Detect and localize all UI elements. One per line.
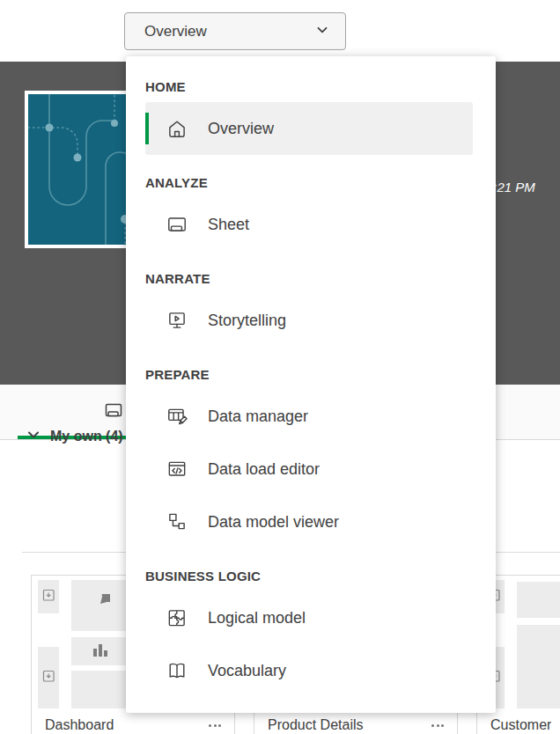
- thumb-pie-tile: [71, 580, 129, 631]
- chevron-down-icon: [26, 428, 41, 445]
- sheet-icon: [103, 400, 124, 424]
- group-header-label: My own (4): [50, 429, 123, 444]
- menu-section-narrate: NARRATE: [145, 271, 496, 286]
- menu-section-home: HOME: [145, 79, 496, 94]
- group-header-my-own[interactable]: My own (4): [26, 428, 123, 445]
- filterpane-icon: [42, 670, 55, 686]
- thumb-bar-tile: [71, 637, 129, 665]
- thumb-filterpane-tile: [38, 580, 59, 613]
- menu-item-label: Overview: [208, 120, 274, 138]
- app-navigation-menu: HOME Overview ANALYZE Sheet NARRATE: [126, 56, 496, 713]
- menu-section-analyze: ANALYZE: [145, 175, 496, 190]
- card-title: Customer: [490, 717, 551, 733]
- card-context-menu-icon[interactable]: [207, 721, 223, 730]
- chevron-down-icon: [315, 23, 329, 40]
- menu-item-data-model-viewer[interactable]: Data model viewer: [145, 495, 473, 548]
- card-context-menu-icon[interactable]: [430, 721, 446, 730]
- thumb-empty-tile: [71, 671, 129, 708]
- menu-item-sheet[interactable]: Sheet: [145, 198, 473, 251]
- menu-item-vocabulary[interactable]: Vocabulary: [145, 644, 473, 697]
- vocabulary-icon: [166, 659, 188, 682]
- menu-item-data-manager[interactable]: Data manager: [145, 390, 473, 443]
- menu-item-label: Data manager: [208, 407, 308, 426]
- logical-model-icon: [166, 606, 188, 629]
- data-model-viewer-icon: [166, 510, 188, 533]
- active-indicator: [145, 113, 149, 144]
- card-title: Product Details: [268, 717, 364, 733]
- storytelling-icon: [166, 309, 188, 332]
- data-manager-icon: [166, 405, 188, 428]
- view-selector-dropdown[interactable]: Overview: [124, 12, 346, 50]
- data-load-editor-icon: [166, 458, 188, 481]
- menu-item-storytelling[interactable]: Storytelling: [145, 294, 473, 347]
- menu-item-label: Vocabulary: [208, 662, 286, 680]
- menu-item-label: Logical model: [208, 609, 306, 628]
- thumb-filterpane-tile: [38, 647, 59, 708]
- view-selector-value: Overview: [144, 23, 207, 40]
- menu-section-prepare: PREPARE: [145, 367, 496, 382]
- pie-chart-icon: [91, 594, 110, 617]
- menu-section-business-logic: BUSINESS LOGIC: [145, 569, 496, 584]
- filterpane-icon: [42, 589, 55, 606]
- menu-item-label: Sheet: [208, 216, 249, 234]
- menu-item-data-load-editor[interactable]: Data load editor: [145, 443, 473, 495]
- menu-item-overview[interactable]: Overview: [145, 102, 473, 155]
- thumb-empty-tile: [517, 625, 560, 708]
- menu-item-label: Data model viewer: [208, 513, 339, 532]
- bar-chart-icon: [91, 640, 110, 663]
- menu-item-label: Data load editor: [208, 460, 320, 479]
- menu-item-label: Storytelling: [208, 312, 286, 330]
- sheet-icon: [166, 213, 188, 236]
- card-title: Dashboard: [45, 717, 114, 733]
- thumb-empty-tile: [517, 582, 560, 618]
- menu-item-logical-model[interactable]: Logical model: [145, 591, 473, 644]
- home-icon: [166, 117, 188, 140]
